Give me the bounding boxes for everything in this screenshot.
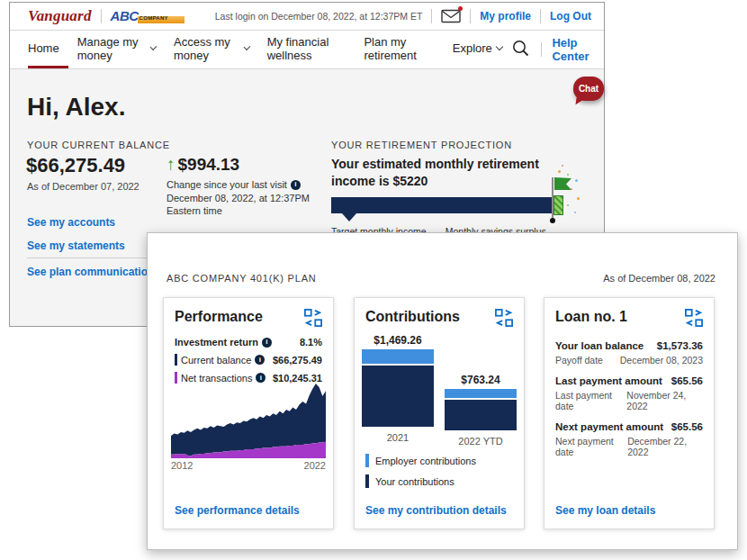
info-icon[interactable]: i xyxy=(255,355,265,365)
chat-button[interactable]: Chat xyxy=(573,77,604,101)
vanguard-logo: Vanguard xyxy=(28,7,92,25)
stat-row-current-balance: Current balance i $66,275.49 xyxy=(175,354,322,366)
legend-swatch-blue xyxy=(365,454,369,467)
performance-x-ticks: 2012 2022 xyxy=(171,460,326,471)
stat-value: 8.1% xyxy=(300,337,322,348)
info-icon[interactable]: i xyxy=(291,180,301,190)
change-caption: Change since your last visit i xyxy=(166,179,301,190)
see-loan-details-link[interactable]: See my loan details xyxy=(555,504,655,517)
plan-title: ABC COMPANY 401(K) PLAN xyxy=(166,273,317,284)
confetti-dot xyxy=(562,165,563,167)
header-brand-group: Vanguard ABC COMPANY xyxy=(28,7,186,25)
header-divider xyxy=(470,9,471,23)
performance-area-chart xyxy=(171,384,326,458)
nav-label: Manage my money xyxy=(77,35,148,62)
bar-2022-employer xyxy=(445,389,517,398)
surplus-marker-dot xyxy=(550,218,555,223)
see-performance-details-link[interactable]: See performance details xyxy=(175,504,300,517)
confetti-dot xyxy=(577,197,580,200)
see-my-accounts-link[interactable]: See my accounts xyxy=(27,216,115,229)
nav-item-explore[interactable]: Explore xyxy=(444,31,511,68)
bar-group-2022-ytd: $763.24 2022 YTD xyxy=(445,374,517,447)
navy-swatch xyxy=(175,354,177,366)
nav-item-plan-my-retirement[interactable]: Plan my retirement xyxy=(355,31,443,68)
legend-your-contributions: Your contributions xyxy=(365,474,454,488)
loan-sub-label: Payoff date xyxy=(555,355,603,366)
dashboard-page: Vanguard ABC COMPANY Last login on Decem… xyxy=(0,0,747,560)
legend-label: Your contributions xyxy=(375,476,454,487)
compare-icon[interactable] xyxy=(685,309,703,330)
performance-title: Performance xyxy=(175,309,263,325)
contributions-title: Contributions xyxy=(365,309,460,325)
header-divider xyxy=(101,9,102,23)
confetti-dot xyxy=(567,174,569,176)
stat-label: Net transactions xyxy=(181,373,252,384)
help-center-link[interactable]: Help Center xyxy=(552,36,590,63)
chat-label: Chat xyxy=(579,84,598,94)
confetti-dot xyxy=(574,212,576,213)
plan-overlay-card: ABC COMPANY 401(K) PLAN As of December 0… xyxy=(147,232,738,550)
stat-value: $10,245.31 xyxy=(273,373,322,384)
confetti-dot xyxy=(571,188,572,190)
info-icon[interactable]: i xyxy=(256,373,266,383)
compare-icon[interactable] xyxy=(495,309,513,330)
bar-total-2022: $763.24 xyxy=(461,374,500,386)
surplus-segment xyxy=(554,195,563,215)
see-my-statements-link[interactable]: See my statements xyxy=(27,239,125,252)
loan-sub-label: Last payment date xyxy=(555,390,626,411)
loan-card: Loan no. 1 Your loan balance $1,573.36 xyxy=(544,297,715,529)
loan-sub-value: December 22, 2022 xyxy=(627,436,703,457)
legend-employer-contributions: Employer contributions xyxy=(365,454,476,467)
my-profile-link[interactable]: My profile xyxy=(480,10,531,23)
contributions-card-header: Contributions xyxy=(365,309,513,330)
loan-row-value: $65.56 xyxy=(671,421,703,432)
loan-sub-label: Next payment date xyxy=(555,436,627,457)
loan-row-label: Your loan balance xyxy=(555,340,644,351)
log-out-link[interactable]: Log Out xyxy=(550,10,591,23)
confetti-dot xyxy=(567,204,569,206)
chevron-down-icon xyxy=(244,43,250,50)
last-login-text: Last login on December 08, 2022, at 12:3… xyxy=(215,11,423,22)
nav-item-access-my-money[interactable]: Access my money xyxy=(165,31,258,68)
compare-icon[interactable] xyxy=(304,309,322,330)
mail-icon[interactable] xyxy=(441,9,461,23)
nav-label: Explore xyxy=(453,41,492,55)
main-nav: Home Manage my money Access my money My … xyxy=(10,31,604,69)
see-contribution-details-link[interactable]: See my contribution details xyxy=(365,504,507,517)
projection-income-bar xyxy=(331,197,552,213)
next-payment-group: Next payment amount $65.56 Next payment … xyxy=(555,421,703,457)
retirement-projection-label: YOUR RETIREMENT PROJECTION xyxy=(331,140,512,150)
balance-as-of: As of December 07, 2022 xyxy=(27,181,140,192)
stat-row-investment-return: Investment return i 8.1% xyxy=(175,337,322,348)
bar-2021-employer xyxy=(362,349,434,364)
abc-logo-suffix: COMPANY xyxy=(140,15,168,21)
chevron-down-icon xyxy=(496,42,503,50)
bar-total-2021: $1,469.26 xyxy=(374,334,421,347)
nav-item-home[interactable]: Home xyxy=(28,31,68,68)
legend-swatch-navy xyxy=(365,474,369,488)
loan-row-label: Last payment amount xyxy=(555,375,662,386)
chat-bubble-tail xyxy=(575,97,584,105)
contributions-card: Contributions $1,469.26 2021 $763.24 xyxy=(354,297,525,529)
balance-change-value: ↑$994.13 xyxy=(166,155,239,175)
loan-sub-value: November 24, 2022 xyxy=(626,390,703,411)
plan-as-of: As of December 08, 2022 xyxy=(603,273,716,284)
nav-divider xyxy=(541,42,542,57)
loan-card-header: Loan no. 1 xyxy=(555,309,703,330)
nav-label: My financial wellness xyxy=(267,35,346,62)
nav-right-group: Help Center xyxy=(511,31,590,68)
notification-dot xyxy=(458,6,463,11)
target-pointer-notch xyxy=(342,213,356,221)
stat-row-net-transactions: Net transactions i $10,245.31 xyxy=(175,372,322,384)
see-plan-communications-link[interactable]: See plan communications xyxy=(27,266,160,278)
loan-title: Loan no. 1 xyxy=(555,309,627,325)
bar-2021-your xyxy=(362,366,434,427)
confetti-dot xyxy=(558,170,561,173)
current-balance-label: YOUR CURRENT BALANCE xyxy=(27,140,170,150)
search-icon[interactable] xyxy=(511,39,530,61)
change-amount: $994.13 xyxy=(178,155,240,174)
nav-item-my-financial-wellness[interactable]: My financial wellness xyxy=(258,31,356,68)
up-arrow-icon: ↑ xyxy=(166,155,176,174)
nav-item-manage-my-money[interactable]: Manage my money xyxy=(68,31,165,68)
info-icon[interactable]: i xyxy=(262,338,272,348)
